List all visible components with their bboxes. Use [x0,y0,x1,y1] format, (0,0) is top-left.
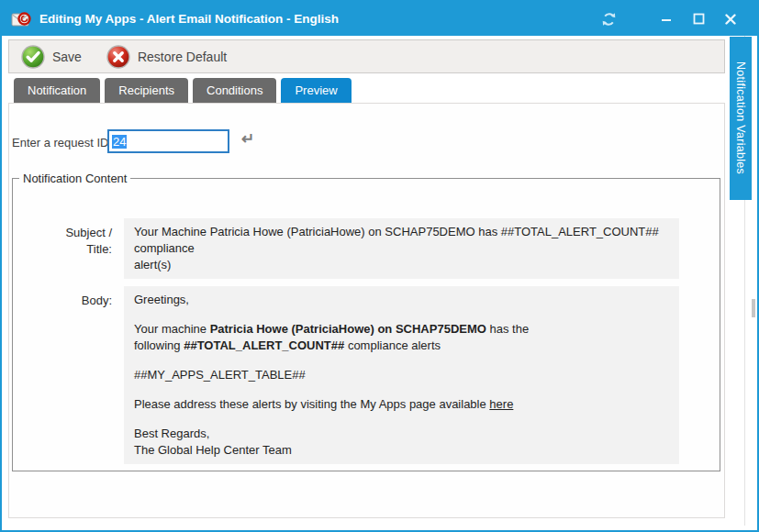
preview-tab-content: Enter a request ID t 24 ↵ Notification C… [8,103,725,518]
text-run: compliance alerts [344,338,441,352]
restore-default-label: Restore Default [138,50,227,64]
text-run: Greetings, [134,293,189,306]
save-button[interactable]: Save [21,45,82,69]
text-run: Your machine [134,322,210,336]
request-id-value: 24 [112,135,127,149]
here-link[interactable]: here [489,397,513,411]
subject-value: Your Machine Patricia Howe (PatriciaHowe… [124,218,679,279]
tab-notification[interactable]: Notification [14,78,100,103]
window-title: Editing My Apps - Alert Email Notificati… [39,12,339,26]
body-label: Body: [13,286,124,464]
tab-preview[interactable]: Preview [281,78,351,103]
body-paragraph: Please address these alerts by visiting … [134,396,669,413]
restore-default-button[interactable]: Restore Default [106,45,227,69]
text-run: ##TOTAL_ALERT_COUNT## [184,338,344,352]
body-value: Greetings, Your machine Patricia Howe (P… [124,286,679,464]
dialog-window: Editing My Apps - Alert Email Notificati… [0,0,759,532]
text-run: ##MY_APPS_ALERT_TABLE## [134,368,306,382]
minimize-icon[interactable] [656,9,676,29]
main-panel: Save Restore Default [8,39,725,518]
text-run: Best Regards, The Global Help Center Tea… [134,427,292,457]
notification-variables-tab[interactable]: Notification Variables [730,37,752,200]
body-paragraph: Your machine Patricia Howe (PatriciaHowe… [134,321,669,354]
toolbar: Save Restore Default [8,39,725,73]
text-run: Please address these alerts by visiting … [134,397,489,411]
request-id-label: Enter a request ID t [12,136,116,150]
body-paragraph: Best Regards, The Global Help Center Tea… [134,426,669,459]
tab-strip: Notification Recipients Conditions Previ… [8,78,725,103]
request-id-input[interactable]: 24 [107,129,229,153]
refresh-icon[interactable] [598,9,619,29]
save-label: Save [52,50,82,64]
body-paragraph: ##MY_APPS_ALERT_TABLE## [134,367,669,383]
scrollbar-thumb[interactable] [752,299,755,317]
subject-row: Subject / Title: Your Machine Patricia H… [13,218,720,279]
notification-content-legend: Notification Content [19,172,130,185]
save-icon [21,45,45,69]
window-controls [656,9,741,29]
app-icon [11,11,31,27]
body-paragraph: Greetings, [134,292,669,308]
return-arrow-icon[interactable]: ↵ [241,131,254,147]
restore-default-icon [106,45,130,69]
body-row: Body: Greetings, Your machine Patricia H… [13,286,720,464]
close-icon[interactable] [720,9,741,29]
tab-recipients[interactable]: Recipients [105,78,188,103]
notification-content-groupbox: Notification Content Subject / Title: Yo… [12,172,720,471]
title-bar[interactable]: Editing My Apps - Alert Email Notificati… [2,2,757,36]
text-run: Patricia Howe (PatriciaHowe) on SCHAP75D… [210,322,486,336]
tab-conditions[interactable]: Conditions [193,78,276,103]
maximize-icon[interactable] [688,9,709,29]
subject-label: Subject / Title: [13,218,124,279]
